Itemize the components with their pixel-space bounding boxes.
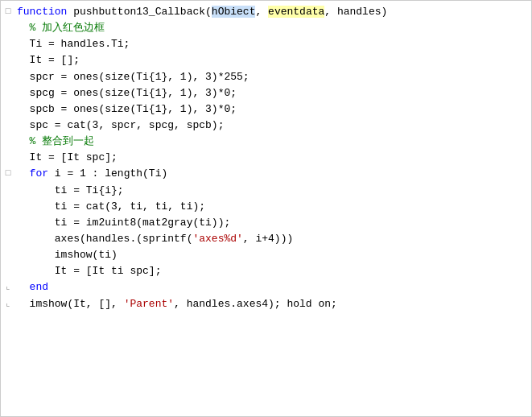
table-row: spcb = ones(size(Ti{1}, 1), 3)*0; [1,101,531,118]
table-row: spcg = ones(size(Ti{1}, 1), 3)*0; [1,85,531,101]
code-segment: ti = Ti{i}; [17,184,124,196]
gutter-marker [1,52,15,53]
code-segment: It = []; [17,54,80,66]
line-content: ti = im2uint8(mat2gray(ti)); [15,215,531,231]
line-content: ti = Ti{i}; [15,183,531,199]
line-content: Ti = handles.Ti; [15,36,531,52]
end-marker: ⌞ [6,280,11,294]
line-content: ti = cat(3, ti, ti, ti); [15,199,531,215]
table-row: spc = cat(3, spcr, spcg, spcb); [1,118,531,134]
code-segment: hObiect [212,6,256,18]
line-content: It = [It spc]; [15,150,531,166]
gutter-marker [1,85,15,86]
code-segment: 'Parent' [124,298,174,310]
gutter-marker: ⌞ [1,296,15,311]
code-segment [17,22,30,34]
code-segment: imshow(It, [], [17,298,124,310]
gutter-marker [1,20,15,21]
line-content: axes(handles.(sprintf('axes%d', i+4))) [15,231,531,247]
code-segment [17,135,30,147]
code-segment: % 加入红色边框 [30,22,105,34]
table-row: ti = im2uint8(mat2gray(ti)); [1,215,531,231]
line-content: imshow(ti) [15,247,531,263]
line-content: for i = 1 : length(Ti) [15,166,531,182]
table-row: spcr = ones(size(Ti{1}, 1), 3)*255; [1,69,531,85]
table-row: ⌞ end [1,279,531,295]
table-row: % 加入红色边框 [1,20,531,36]
code-segment: imshow(ti) [17,249,118,261]
code-segment: pushbutton13_Callback( [73,6,212,18]
collapse-icon[interactable]: □ [6,5,11,19]
gutter-marker [1,36,15,37]
table-row: It = [It spc]; [1,150,531,166]
code-segment: spcr = ones(size(Ti{1}, 1), 3)*255; [17,71,250,83]
code-segment: , i+4))) [243,233,293,245]
line-content: spcr = ones(size(Ti{1}, 1), 3)*255; [15,69,531,85]
table-row: Ti = handles.Ti; [1,36,531,52]
line-content: spcg = ones(size(Ti{1}, 1), 3)*0; [15,85,531,101]
table-row: % 整合到一起 [1,134,531,150]
line-content: % 加入红色边框 [15,20,531,36]
gutter-marker: ⌞ [1,279,15,294]
line-content: It = [It ti spc]; [15,263,531,279]
gutter-marker [1,199,15,200]
code-segment: , handles.axes4); hold on; [174,298,337,310]
gutter-marker: □ [1,4,15,19]
line-content: imshow(It, [], 'Parent', handles.axes4);… [15,296,531,312]
table-row: ti = Ti{i}; [1,183,531,199]
code-segment: ti = im2uint8(mat2gray(ti)); [17,217,230,229]
code-segment: end [30,281,48,293]
table-row: axes(handles.(sprintf('axes%d', i+4))) [1,231,531,247]
code-segment: It = [It spc]; [17,151,118,163]
table-row: imshow(ti) [1,247,531,263]
line-content: function pushbutton13_Callback(hObiect, … [15,4,531,20]
code-segment: axes(handles.(sprintf( [17,233,192,245]
table-row: ti = cat(3, ti, ti, ti); [1,199,531,215]
table-row: It = []; [1,52,531,68]
code-segment: eventdata [268,6,324,18]
gutter-marker [1,183,15,184]
gutter-marker [1,134,15,134]
code-segment: % 整合到一起 [30,135,95,147]
line-content: spc = cat(3, spcr, spcg, spcb); [15,118,531,134]
gutter-marker [1,263,15,264]
gutter-marker [1,150,15,151]
line-content: It = []; [15,52,531,68]
gutter-marker [1,215,15,216]
line-content: spcb = ones(size(Ti{1}, 1), 3)*0; [15,101,531,118]
gutter-marker: □ [1,166,15,180]
collapse-icon[interactable]: □ [6,167,11,180]
code-segment: spcb = ones(size(Ti{1}, 1), 3)*0; [17,103,237,115]
gutter-marker [1,247,15,248]
table-row: It = [It ti spc]; [1,263,531,279]
code-segment [17,281,30,293]
code-segment: , [255,6,268,18]
table-row: ⌞ imshow(It, [], 'Parent', handles.axes4… [1,296,531,312]
code-lines: □function pushbutton13_Callback(hObiect,… [1,4,531,312]
end-marker: ⌞ [6,297,11,311]
code-segment: function [17,6,73,18]
code-segment: for [30,167,48,180]
table-row: □ for i = 1 : length(Ti) [1,166,531,182]
code-segment: spcg = ones(size(Ti{1}, 1), 3)*0; [17,87,237,99]
code-segment: 'axes%d' [192,233,242,245]
gutter-marker [1,231,15,232]
code-editor[interactable]: □function pushbutton13_Callback(hObiect,… [0,0,532,417]
gutter-marker [1,69,15,70]
code-segment: i = 1 : length(Ti) [48,167,167,180]
line-content: end [15,279,531,295]
code-segment: , handles) [324,6,387,18]
line-content: % 整合到一起 [15,134,531,150]
table-row: □function pushbutton13_Callback(hObiect,… [1,4,531,20]
code-segment: ti = cat(3, ti, ti, ti); [17,200,205,213]
gutter-marker [1,118,15,118]
gutter-marker [1,101,15,102]
code-segment: It = [It ti spc]; [17,265,161,277]
code-segment: Ti = handles.Ti; [17,38,130,50]
code-segment: spc = cat(3, spcr, spcg, spcb); [17,119,224,131]
code-segment [17,167,30,180]
